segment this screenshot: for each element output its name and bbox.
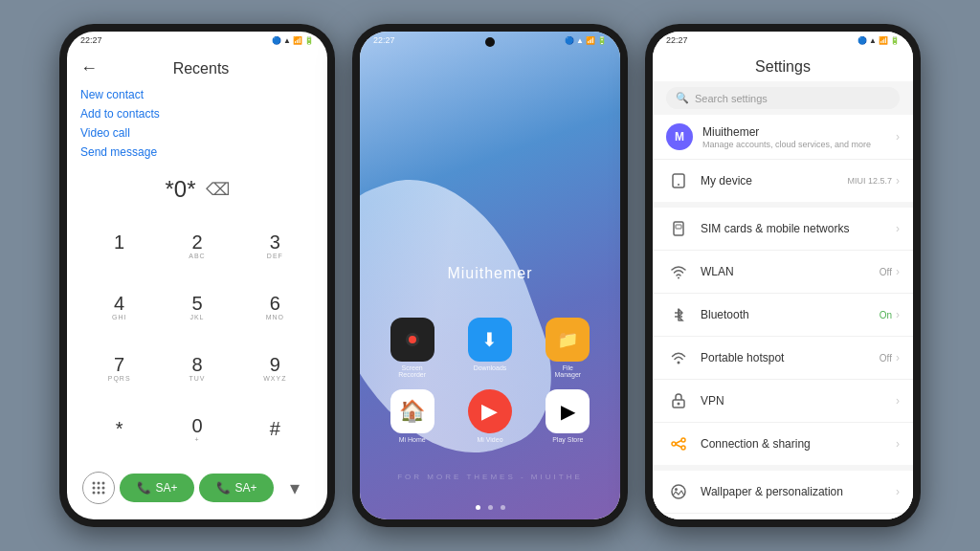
wlan-right: Off ›: [880, 265, 900, 278]
keypad: 1 2ABC 3DEF 4GHI 5JKL 6MNO 7PQRS 8TUV 9W…: [67, 210, 327, 464]
svg-point-5: [102, 487, 105, 490]
settings-item-account[interactable]: M Miuithemer Manage accounts, cloud serv…: [653, 115, 913, 160]
key-hash[interactable]: #: [236, 399, 314, 460]
svg-point-16: [678, 403, 680, 406]
vpn-icon: [666, 388, 691, 413]
key-6[interactable]: 6MNO: [236, 276, 314, 337]
settings-item-wlan[interactable]: WLAN Off ›: [653, 251, 913, 294]
settings-item-bluetooth[interactable]: Bluetooth On ›: [653, 294, 913, 337]
device-icon: [666, 168, 691, 193]
wlan-content: WLAN: [701, 265, 870, 278]
app-screen-recorder[interactable]: ScreenRecorder: [379, 318, 445, 378]
settings-item-vpn[interactable]: VPN ›: [653, 380, 913, 423]
wlan-chevron: ›: [896, 265, 900, 278]
apps-grid: ScreenRecorder ⬇ Downloads 📁 FileManager: [360, 318, 620, 443]
hotspot-content: Portable hotspot: [701, 351, 870, 364]
svg-point-23: [675, 488, 678, 491]
apps-button[interactable]: [82, 472, 115, 504]
new-contact-link[interactable]: New contact: [80, 88, 314, 101]
settings-title: Settings: [755, 58, 811, 75]
phone-center: 22:27 🔵 ▲ 📶 🔋 Miuithemer: [352, 24, 628, 527]
svg-line-20: [676, 441, 681, 444]
more-button[interactable]: ▾: [278, 472, 311, 504]
svg-point-19: [681, 446, 685, 450]
key-4[interactable]: 4GHI: [80, 276, 158, 337]
connection-title: Connection & sharing: [701, 437, 886, 451]
app-mi-home[interactable]: 🏠 Mi Home: [379, 389, 445, 443]
settings-search-bar[interactable]: 🔍 Search settings: [666, 87, 900, 109]
call-button-2[interactable]: 📞 SA+: [199, 474, 274, 502]
mi-home-label: Mi Home: [399, 436, 426, 443]
svg-point-8: [102, 492, 105, 495]
dialer-bottom: 📞 SA+ 📞 SA+ ▾: [67, 464, 327, 519]
status-bar-left: 22:27 🔵 ▲ 📶 🔋: [67, 32, 327, 49]
add-contacts-link[interactable]: Add to contacts: [80, 107, 314, 121]
downloads-label: Downloads: [474, 364, 507, 371]
device-chevron: ›: [896, 174, 900, 187]
wallpaper-icon: [666, 479, 691, 504]
backspace-button[interactable]: ⌫: [206, 179, 230, 200]
key-0[interactable]: 0+: [158, 399, 235, 460]
play-store-label: Play Store: [552, 436, 583, 443]
front-camera: [485, 37, 495, 47]
downloads-icon: ⬇: [468, 318, 512, 362]
app-play-store[interactable]: ▶ Play Store: [535, 389, 601, 443]
settings-item-lock-screen[interactable]: Always-on display & Lock screen ›: [653, 514, 913, 519]
status-icons-right: 🔵 ▲ 📶 🔋: [858, 36, 900, 45]
key-7[interactable]: 7PQRS: [80, 338, 158, 399]
video-call-link[interactable]: Video call: [80, 126, 314, 140]
svg-point-14: [678, 362, 680, 364]
settings-item-hotspot[interactable]: Portable hotspot Off ›: [653, 337, 913, 380]
svg-point-13: [678, 277, 679, 279]
bluetooth-title: Bluetooth: [701, 308, 870, 321]
key-1[interactable]: 1: [80, 214, 158, 276]
key-2[interactable]: 2ABC: [158, 214, 235, 276]
time-center: 22:27: [373, 35, 395, 45]
svg-point-6: [93, 492, 96, 495]
bluetooth-icon: [666, 302, 691, 327]
key-8[interactable]: 8TUV: [158, 338, 235, 399]
settings-list: M Miuithemer Manage accounts, cloud serv…: [653, 115, 913, 519]
search-icon: 🔍: [676, 92, 689, 104]
wlan-status: Off: [880, 267, 892, 277]
account-title: Miuithemer: [702, 125, 886, 139]
sim-icon: [666, 216, 691, 241]
app-downloads[interactable]: ⬇ Downloads: [457, 318, 523, 378]
svg-point-17: [672, 442, 676, 446]
svg-point-18: [681, 438, 685, 442]
dialer-screen: 22:27 🔵 ▲ 📶 🔋 ← Recents New contact: [67, 32, 327, 519]
call-button-1[interactable]: 📞 SA+: [120, 474, 194, 502]
app-file-manager[interactable]: 📁 FileManager: [535, 318, 601, 378]
miui-version: MIUI 12.5.7: [847, 176, 892, 186]
hotspot-right: Off ›: [880, 351, 900, 364]
mi-video-icon: ▶: [468, 389, 512, 433]
app-mi-video[interactable]: ▶ Mi Video: [457, 389, 523, 443]
settings-item-sim[interactable]: SIM cards & mobile networks ›: [653, 208, 913, 251]
wlan-title: WLAN: [701, 265, 870, 278]
key-star[interactable]: *: [80, 399, 158, 460]
account-sub: Manage accounts, cloud services, and mor…: [702, 140, 886, 149]
vpn-chevron: ›: [896, 394, 900, 408]
search-placeholder: Search settings: [695, 93, 768, 104]
settings-item-connection[interactable]: Connection & sharing ›: [653, 423, 913, 465]
send-message-link[interactable]: Send message: [80, 145, 314, 159]
svg-point-3: [93, 487, 96, 490]
settings-section-account: M Miuithemer Manage accounts, cloud serv…: [653, 115, 913, 202]
file-manager-icon: 📁: [546, 318, 590, 362]
back-button[interactable]: ←: [80, 58, 98, 78]
svg-point-22: [672, 485, 685, 498]
key-9[interactable]: 9WXYZ: [236, 338, 314, 399]
settings-screen: 22:27 🔵 ▲ 📶 🔋 Settings 🔍 Search settings: [653, 32, 913, 519]
svg-point-4: [98, 487, 100, 490]
settings-item-wallpaper[interactable]: Wallpaper & personalization ›: [653, 471, 913, 514]
device-content: My device: [701, 174, 837, 187]
play-store-icon: ▶: [546, 389, 590, 433]
wallpaper-content: Wallpaper & personalization: [701, 485, 886, 498]
key-5[interactable]: 5JKL: [158, 276, 235, 337]
settings-item-device[interactable]: My device MIUI 12.5.7 ›: [653, 160, 913, 202]
settings-section-network: SIM cards & mobile networks › WLAN: [653, 208, 913, 465]
vpn-title: VPN: [701, 394, 886, 408]
time-left: 22:27: [80, 35, 102, 45]
dialer-actions: New contact Add to contacts Video call S…: [67, 86, 327, 161]
key-3[interactable]: 3DEF: [236, 214, 314, 276]
